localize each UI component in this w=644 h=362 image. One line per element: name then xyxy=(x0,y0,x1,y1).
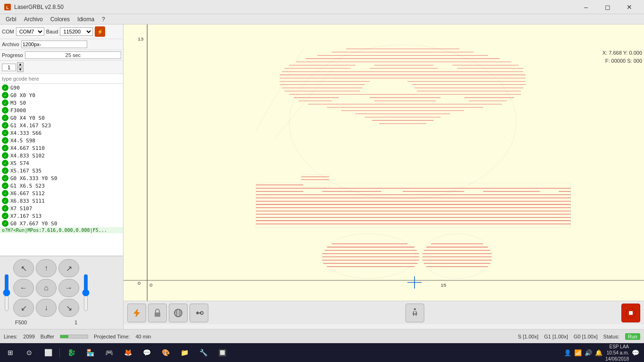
gcode-list[interactable]: ✓G90 ✓G0 X0 Y0 ✓M3 S0 ✓F3000 ✓G0 X4 Y0 S… xyxy=(0,84,123,256)
list-item: ✓G0 X4 Y0 S0 xyxy=(0,114,123,122)
nav-e[interactable]: → xyxy=(58,279,79,297)
tray-network-icon[interactable]: 📶 xyxy=(574,349,582,356)
globe-button[interactable] xyxy=(169,304,188,322)
task-view-button[interactable]: ⬜ xyxy=(40,345,57,360)
speed-slider-right[interactable] xyxy=(81,274,91,312)
tray-lang: ESP LAA xyxy=(605,344,629,350)
s-label: S [1.00x] xyxy=(518,334,538,339)
menu-colores[interactable]: Colores xyxy=(47,15,74,24)
menu-grbl[interactable]: Grbl xyxy=(2,15,20,24)
projected-value: 40 min xyxy=(135,334,151,339)
tray-volume-icon[interactable]: 🔔 xyxy=(595,349,603,356)
check-icon: ✓ xyxy=(2,99,8,106)
nav-grid: ↖ ↑ ↗ ← ⌂ → ↙ ↓ ↘ xyxy=(13,259,79,317)
taskbar-arduino-icon[interactable]: 🔧 xyxy=(195,345,212,360)
menu-bar: Grbl Archivo Colores Idioma ? xyxy=(0,14,644,25)
taskbar-paint-icon[interactable]: 🎨 xyxy=(157,345,174,360)
svg-text:0: 0 xyxy=(149,283,152,288)
tray-datetime[interactable]: ESP LAA 10:54 a.m. 14/06/2018 xyxy=(605,344,629,362)
projected-label: Projected Time: xyxy=(94,334,130,339)
menu-help[interactable]: ? xyxy=(98,15,109,24)
spinner-down[interactable]: ▼ xyxy=(17,67,24,72)
app-icon: L xyxy=(4,3,11,11)
list-item: ✓X6.833 S111 xyxy=(0,197,123,205)
coords-display: X: 7.668 Y: 0.000 F: 00000 S: 000 xyxy=(603,49,642,65)
nav-home[interactable]: ⌂ xyxy=(36,279,57,297)
g1-label: G1 [1.00x] xyxy=(544,334,568,339)
tray-date: 14/06/2018 xyxy=(605,356,629,362)
list-item-status: o?H?<Run|MPos:7.616,0.000,0.000|F5... xyxy=(0,227,123,233)
spinner-input[interactable] xyxy=(2,64,16,71)
tray-notification-icon[interactable]: 💬 xyxy=(632,349,639,356)
check-icon: ✓ xyxy=(2,152,8,159)
list-item: ✓G0 X6.333 Y0 S0 xyxy=(0,174,123,182)
status-value: Run xyxy=(625,333,640,340)
nav-se[interactable]: ↘ xyxy=(58,299,79,317)
taskbar-chat-icon[interactable]: 💬 xyxy=(138,345,155,360)
list-item: ✓X6.667 S112 xyxy=(0,189,123,197)
minimize-button[interactable]: – xyxy=(575,0,597,14)
close-button[interactable]: ✕ xyxy=(619,0,640,14)
archivo-row: Archivo xyxy=(0,39,123,50)
arrow-button[interactable] xyxy=(190,304,208,322)
progress-value: 25 sec xyxy=(25,51,121,59)
baud-label: Baud xyxy=(46,29,58,34)
nav-w[interactable]: ← xyxy=(13,279,34,297)
taskbar-files-icon[interactable]: 📁 xyxy=(176,345,193,360)
list-item: ✓G90 xyxy=(0,84,123,91)
taskbar-separator xyxy=(59,348,60,357)
lock-button[interactable] xyxy=(148,304,167,322)
flash-button[interactable] xyxy=(127,304,146,322)
win-tray: 👤 📶 🔊 🔔 ESP LAA 10:54 a.m. 14/06/2018 💬 xyxy=(561,344,642,362)
svg-text:0: 0 xyxy=(138,280,140,285)
taskbar-dragon-icon[interactable]: 🐉 xyxy=(63,345,80,360)
check-icon: ✓ xyxy=(2,115,8,121)
search-button[interactable]: ⊙ xyxy=(21,345,38,360)
check-icon: ✓ xyxy=(2,137,8,144)
archivo-input[interactable] xyxy=(21,41,87,48)
taskbar-firefox-icon[interactable]: 🦊 xyxy=(119,345,136,360)
window-controls: – ◻ ✕ xyxy=(575,0,640,14)
nav-sw[interactable]: ↙ xyxy=(13,299,34,317)
taskbar-store-icon[interactable]: 🏪 xyxy=(82,345,99,360)
check-icon: ✓ xyxy=(2,167,8,174)
connect-button[interactable]: ⚡ xyxy=(95,26,105,37)
tray-people-icon[interactable]: 👤 xyxy=(564,349,571,356)
spinner-up[interactable]: ▲ xyxy=(17,62,24,67)
list-item: ✓F3000 xyxy=(0,107,123,114)
walk-button[interactable] xyxy=(405,304,424,322)
check-icon: ✓ xyxy=(2,92,8,99)
taskbar-gaming-icon[interactable]: 🎮 xyxy=(100,345,117,360)
nav-ne[interactable]: ↗ xyxy=(58,259,79,277)
nav-n[interactable]: ↑ xyxy=(36,259,57,277)
menu-idioma[interactable]: Idioma xyxy=(74,15,98,24)
list-item: ✓G1 X4.167 S23 xyxy=(0,122,123,129)
gcode-input[interactable] xyxy=(0,74,123,84)
stop-button[interactable] xyxy=(621,304,640,322)
bottom-toolbar xyxy=(124,301,644,324)
check-icon: ✓ xyxy=(2,205,8,212)
list-item: ✓G0 X7.667 Y0 S0 xyxy=(0,220,123,227)
menu-archivo[interactable]: Archivo xyxy=(20,15,47,24)
maximize-button[interactable]: ◻ xyxy=(597,0,619,14)
taskbar-app2-icon[interactable]: 🔲 xyxy=(214,345,231,360)
com-select[interactable]: COM7 xyxy=(16,27,44,36)
baud-select[interactable]: 115200 xyxy=(60,27,93,36)
check-icon: ✓ xyxy=(2,84,8,91)
speed-value: 1 xyxy=(74,320,77,325)
list-item: ✓X4.333 S66 xyxy=(0,129,123,137)
tray-wifi-icon[interactable]: 🔊 xyxy=(585,349,592,356)
list-item: ✓M3 S0 xyxy=(0,99,123,107)
coord-f-label: F: 00000 S: 000 xyxy=(605,58,642,64)
start-button[interactable]: ⊞ xyxy=(2,345,19,360)
g0-label: G0 [1.00x] xyxy=(574,334,598,339)
svg-marker-90 xyxy=(134,309,140,317)
list-item: ✓X5.167 S35 xyxy=(0,167,123,174)
main-canvas[interactable]: 0 15 0 13 xyxy=(124,25,644,301)
nav-nw[interactable]: ↖ xyxy=(13,259,34,277)
nav-s[interactable]: ↓ xyxy=(36,299,57,317)
list-item: ✓X4.667 S110 xyxy=(0,144,123,152)
progress-row: Progreso 25 sec xyxy=(0,50,123,61)
check-icon: ✓ xyxy=(2,220,8,227)
speed-slider-left[interactable] xyxy=(2,274,11,312)
